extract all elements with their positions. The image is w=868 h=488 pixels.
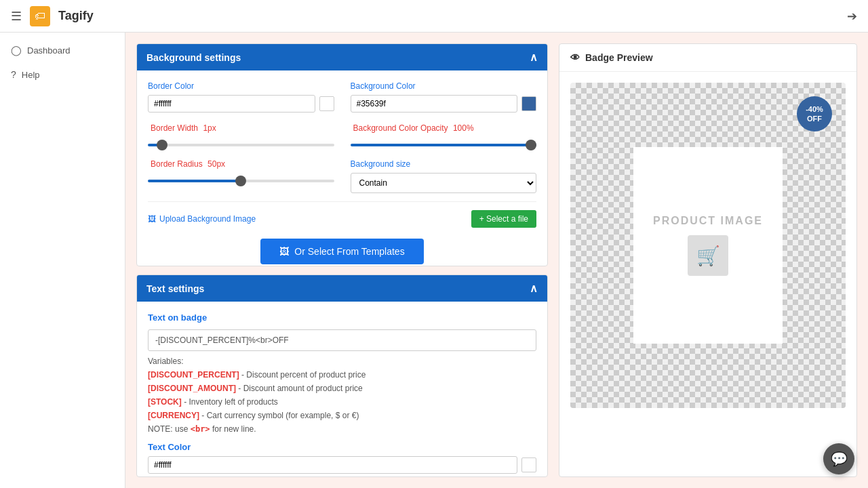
chat-icon: 💬 (831, 451, 848, 467)
main-content: Background settings ∧ Border Color (125, 33, 868, 488)
sidebar-item-dashboard[interactable]: ◯ Dashboard (0, 38, 125, 62)
var-tag-currency: [CURRENCY] (148, 411, 199, 420)
background-settings-title: Background settings (146, 52, 241, 63)
preview-header: 👁 Badge Preview (559, 44, 856, 72)
text-on-badge-label: Text on badge (148, 312, 536, 323)
border-color-input-row (148, 95, 334, 113)
bg-opacity-slider-row (351, 138, 537, 148)
select-templates-button[interactable]: 🖼 Or Select From Templates (260, 239, 423, 264)
var-desc-discount-amount: - Discount amount of product price (238, 384, 362, 393)
variable-currency: [CURRENCY] - Cart currency symbol (for e… (148, 409, 536, 422)
chat-bubble[interactable]: 💬 (823, 443, 854, 474)
background-color-input-row (351, 95, 537, 113)
var-tag-stock: [STOCK] (148, 397, 182, 407)
border-radius-value: 50px (208, 159, 225, 169)
background-color-label: Background Color (351, 81, 537, 91)
help-icon: ? (11, 69, 16, 80)
variables-label: Variables: (148, 357, 536, 366)
collapse-icon: ∧ (530, 51, 538, 64)
text-color-input[interactable] (148, 456, 517, 474)
template-btn-row: 🖼 Or Select From Templates (148, 239, 536, 264)
cart-icon-area: 🛒 (688, 235, 728, 276)
border-width-slider[interactable] (148, 144, 334, 146)
background-settings-section: Background settings ∧ Border Color (136, 43, 548, 266)
background-settings-header[interactable]: Background settings ∧ (137, 44, 547, 70)
sidebar-item-label: Help (22, 70, 40, 80)
text-settings-header[interactable]: Text settings ∧ (137, 275, 547, 302)
background-color-input[interactable] (351, 95, 518, 113)
border-width-field: Border Width 1px (148, 123, 334, 148)
checker-background: PRODUCT IMAGE 🛒 -40% OFF (570, 83, 846, 408)
var-tag-discount-amount: [DISCOUNT_AMOUNT] (148, 384, 236, 393)
dashboard-icon: ◯ (11, 45, 22, 56)
background-color-swatch[interactable] (521, 96, 536, 111)
border-color-swatch[interactable] (319, 96, 334, 111)
text-color-label: Text Color (148, 442, 536, 452)
variable-discount-amount: [DISCOUNT_AMOUNT] - Discount amount of p… (148, 382, 536, 394)
background-size-label: Background size (351, 159, 537, 169)
cart-icon: 🛒 (696, 245, 720, 267)
upload-label-text: Upload Background Image (159, 214, 256, 224)
text-color-row (148, 456, 536, 474)
border-width-slider-row (148, 138, 334, 148)
topnav-left: ☰ 🏷 Tagify (11, 6, 94, 26)
upload-background-label[interactable]: 🖼 Upload Background Image (148, 214, 256, 224)
background-color-field: Background Color (351, 81, 537, 113)
preview-title: Badge Preview (585, 52, 653, 63)
border-width-label: Border Width 1px (148, 123, 334, 133)
preview-section: 👁 Badge Preview PRODUCT IMAGE 🛒 -40% (559, 43, 857, 477)
sidebar-item-help[interactable]: ? Help (0, 62, 125, 87)
topnav: ☰ 🏷 Tagify ➔ (0, 0, 868, 33)
eye-icon: 👁 (570, 52, 580, 63)
product-image-area: PRODUCT IMAGE 🛒 (633, 147, 783, 344)
border-radius-field: Border Radius 50px (148, 159, 334, 193)
preview-body: PRODUCT IMAGE 🛒 -40% OFF (559, 72, 856, 419)
image-icon: 🖼 (148, 214, 156, 224)
text-color-swatch[interactable] (521, 458, 536, 472)
sidebar: ◯ Dashboard ? Help (0, 33, 125, 488)
bg-opacity-slider[interactable] (351, 144, 537, 146)
background-settings-body: Border Color Background Color (137, 70, 547, 266)
text-settings-body: Text on badge Variables: [DISCOUNT_PERCE… (137, 302, 547, 477)
bg-opacity-value: 100% (453, 123, 474, 133)
template-image-icon: 🖼 (279, 246, 289, 257)
border-color-field: Border Color (148, 81, 334, 113)
sidebar-item-label: Dashboard (27, 45, 71, 56)
badge-line1: -40% (806, 104, 823, 114)
background-size-field: Background size Contain Cover Auto (351, 159, 537, 193)
variables-section: Variables: [DISCOUNT_PERCENT] - Discount… (148, 357, 536, 434)
border-radius-slider[interactable] (148, 180, 334, 182)
variable-stock: [STOCK] - Inventory left of products (148, 396, 536, 408)
logo-icon: 🏷 (30, 6, 50, 26)
border-color-label: Border Color (148, 81, 334, 91)
product-image-text: PRODUCT IMAGE (653, 215, 763, 227)
badge-line2: OFF (807, 114, 822, 123)
var-desc-stock: - Inventory left of products (184, 397, 278, 407)
border-radius-slider-row (148, 174, 334, 184)
text-on-badge-input[interactable] (148, 329, 536, 351)
select-file-button[interactable]: + Select a file (471, 210, 536, 228)
text-settings-section: Text settings ∧ Text on badge Variables:… (136, 274, 548, 477)
border-width-value: 1px (203, 123, 216, 133)
var-tag-discount-percent: [DISCOUNT_PERCENT] (148, 370, 239, 380)
left-panel: Background settings ∧ Border Color (136, 43, 548, 477)
bg-opacity-label: Background Color Opacity 100% (351, 123, 537, 133)
text-settings-title: Text settings (146, 283, 204, 294)
background-size-select[interactable]: Contain Cover Auto (351, 173, 537, 193)
note-line: NOTE: use <br> for new line. (148, 424, 536, 434)
badge-bubble: -40% OFF (797, 96, 832, 131)
border-radius-label: Border Radius 50px (148, 159, 334, 169)
app-name: Tagify (58, 9, 94, 23)
var-desc-discount-percent: - Discount percent of product price (241, 370, 366, 380)
right-panel: 👁 Badge Preview PRODUCT IMAGE 🛒 -40% (559, 43, 857, 477)
upload-row: 🖼 Upload Background Image + Select a fil… (148, 201, 536, 228)
border-color-input[interactable] (148, 95, 315, 113)
bg-settings-grid: Border Color Background Color (148, 81, 536, 193)
text-collapse-icon: ∧ (530, 282, 538, 295)
bg-opacity-field: Background Color Opacity 100% (351, 123, 537, 148)
hamburger-menu[interactable]: ☰ (11, 9, 22, 24)
main-layout: ◯ Dashboard ? Help Background settings ∧ (0, 33, 868, 488)
exit-icon[interactable]: ➔ (847, 9, 857, 24)
variable-discount-percent: [DISCOUNT_PERCENT] - Discount percent of… (148, 369, 536, 381)
template-btn-label: Or Select From Templates (294, 246, 404, 257)
